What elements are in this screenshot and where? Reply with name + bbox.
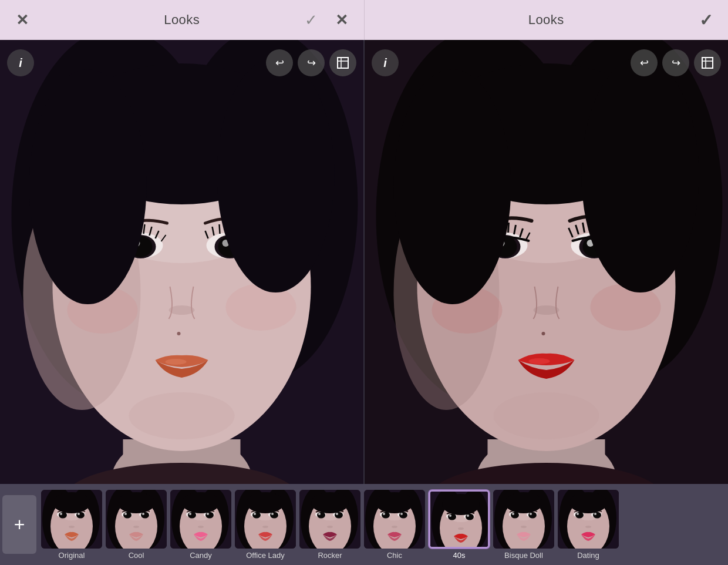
left-redo-button[interactable]: ↪ <box>298 49 325 76</box>
thumb-svg-rocker <box>299 490 360 549</box>
svg-point-191 <box>530 513 532 515</box>
svg-point-149 <box>318 513 321 515</box>
svg-point-161 <box>382 512 390 518</box>
filter-label-dating: Dating <box>577 551 599 560</box>
filter-item-dating[interactable]: Dating <box>557 490 620 560</box>
right-face-illustration <box>365 40 728 484</box>
right-undo-button[interactable]: ↩ <box>631 49 658 76</box>
images-area: i ↩ ↪ <box>0 40 728 484</box>
svg-point-109 <box>123 512 132 518</box>
svg-point-110 <box>124 513 127 515</box>
svg-point-187 <box>511 512 519 518</box>
svg-point-113 <box>142 513 144 515</box>
filter-label-chic: Chic <box>387 551 402 560</box>
right-crop-button[interactable] <box>694 49 721 76</box>
filter-thumb-rocker <box>299 490 360 549</box>
right-redo-button[interactable]: ↪ <box>662 49 689 76</box>
filter-label-bisque-doll: Bisque Doll <box>504 551 543 560</box>
filter-thumb-chic <box>364 490 425 549</box>
filter-strip: + Original <box>0 484 728 565</box>
left-crop-button[interactable] <box>329 49 356 76</box>
svg-point-206 <box>569 492 607 513</box>
filter-thumb-bisque-doll <box>493 490 554 549</box>
thumb-svg-office-lady <box>235 490 296 549</box>
filter-item-original[interactable]: Original <box>40 490 103 560</box>
filter-label-office-lady: Office Lady <box>246 551 285 560</box>
svg-point-162 <box>383 513 385 515</box>
svg-point-114 <box>133 526 139 528</box>
svg-point-139 <box>271 513 274 515</box>
filter-item-cool[interactable]: Cool <box>105 490 168 560</box>
left-bar-left-controls: ✕ <box>12 9 33 31</box>
filter-item-bisque-doll[interactable]: Bisque Doll <box>492 490 555 560</box>
left-action-controls: ↩ ↪ <box>266 49 356 76</box>
svg-point-153 <box>327 526 333 528</box>
svg-point-138 <box>270 512 278 518</box>
svg-point-190 <box>528 512 537 518</box>
svg-point-112 <box>141 512 149 518</box>
filter-item-office-lady[interactable]: Office Lady <box>234 490 297 560</box>
left-face-illustration <box>0 40 363 484</box>
filter-label-candy: Candy <box>190 551 212 560</box>
filter-item-candy[interactable]: Candy <box>169 490 232 560</box>
right-action-controls: ↩ ↪ <box>631 49 721 76</box>
svg-point-205 <box>585 526 591 528</box>
svg-line-26 <box>220 224 220 234</box>
right-bar-right-controls: ✓ <box>695 9 716 31</box>
svg-point-192 <box>521 526 527 528</box>
svg-point-128 <box>182 492 220 513</box>
right-info-button[interactable]: i <box>372 49 399 76</box>
left-close-button-2[interactable]: ✕ <box>331 9 352 31</box>
filter-item-chic[interactable]: Chic <box>363 490 426 560</box>
left-undo-button[interactable]: ↩ <box>266 49 293 76</box>
right-bar-title: Looks <box>528 12 564 28</box>
right-confirm-button[interactable]: ✓ <box>695 9 716 31</box>
left-image-panel: i ↩ ↪ <box>0 40 363 484</box>
svg-point-204 <box>594 513 596 515</box>
svg-point-141 <box>247 492 284 513</box>
svg-point-164 <box>399 512 407 518</box>
svg-point-122 <box>188 512 196 518</box>
left-close-button[interactable]: ✕ <box>12 9 33 31</box>
svg-point-96 <box>59 512 67 518</box>
thumb-svg-candy <box>170 490 231 549</box>
svg-point-35 <box>166 359 187 365</box>
thumb-svg-original <box>41 490 102 549</box>
left-face-bg <box>0 40 363 484</box>
left-info-button[interactable]: i <box>7 49 34 76</box>
svg-point-193 <box>505 492 542 513</box>
svg-point-80 <box>529 358 550 364</box>
thumb-svg-bisque-doll <box>493 490 554 549</box>
filter-label-rocker: Rocker <box>318 551 342 560</box>
filter-label-original: Original <box>59 551 85 560</box>
svg-point-83 <box>394 69 511 304</box>
svg-rect-87 <box>702 58 713 68</box>
thumb-svg-cool <box>106 490 167 549</box>
svg-point-41 <box>177 332 181 335</box>
right-face-bg <box>365 40 728 484</box>
add-filter-button[interactable]: + <box>2 495 36 554</box>
filter-list: Original Cool <box>40 490 620 560</box>
filter-item-40s[interactable]: 40s <box>427 490 491 560</box>
filter-thumb-candy <box>170 490 231 549</box>
svg-point-178 <box>467 514 469 517</box>
filter-thumb-cool <box>106 490 167 549</box>
left-confirm-button[interactable]: ✓ <box>301 9 322 31</box>
top-bars: ✕ Looks ✓ ✕ Looks ✓ <box>0 0 728 40</box>
svg-point-39 <box>217 58 335 292</box>
svg-point-148 <box>317 512 325 518</box>
svg-point-32 <box>169 305 195 315</box>
filter-label-cool: Cool <box>129 551 144 560</box>
svg-point-123 <box>189 513 191 515</box>
svg-point-180 <box>442 494 480 515</box>
thumb-svg-dating <box>558 490 619 549</box>
svg-point-126 <box>207 513 209 515</box>
thumb-svg-chic <box>364 490 425 549</box>
filter-item-rocker[interactable]: Rocker <box>298 490 362 560</box>
filter-thumb-40s <box>429 490 490 549</box>
svg-point-81 <box>494 392 599 439</box>
svg-point-151 <box>335 512 343 518</box>
filter-thumb-dating <box>558 490 619 549</box>
svg-point-84 <box>582 58 699 292</box>
svg-point-152 <box>336 513 338 515</box>
